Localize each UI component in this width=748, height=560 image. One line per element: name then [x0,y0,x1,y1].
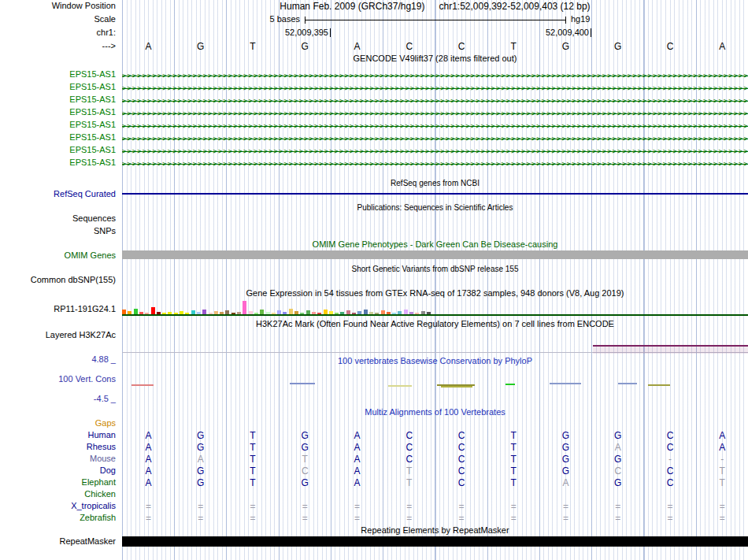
gtex-tissue-bar[interactable] [346,310,350,314]
alignment-species-label[interactable]: Chicken [0,489,116,499]
gencode-transcript-arrows[interactable]: >>>>>>>>>>>>>>>>>>>>>>>>>>>>>>>>>>>>>>>>… [122,145,748,158]
gencode-track-title[interactable]: GENCODE V49lift37 (28 items filtered out… [122,54,748,64]
gtex-tissue-bar[interactable] [317,313,321,314]
gtex-tissue-bar[interactable] [289,309,293,314]
gtex-tissue-bar[interactable] [174,313,178,314]
gtex-tissue-bar[interactable] [231,313,235,314]
gtex-tissue-bar[interactable] [220,312,224,314]
gencode-transcript-label[interactable]: EPS15-AS1 [0,145,116,155]
gtex-tissue-bar[interactable] [387,312,391,314]
gtex-tissue-bar[interactable] [128,311,131,314]
gencode-transcript-arrows[interactable]: >>>>>>>>>>>>>>>>>>>>>>>>>>>>>>>>>>>>>>>>… [122,107,748,120]
gtex-tissue-bar[interactable] [225,310,229,314]
omim-track-title[interactable]: OMIM Gene Phenotypes - Dark Green Can Be… [122,239,748,250]
repeatmasker-track-title[interactable]: Repeating Elements by RepeatMasker [122,525,748,536]
gtex-tissue-bar[interactable] [260,310,264,314]
repeatmasker-track-label[interactable]: RepeatMasker [0,536,116,547]
alignment-species-label[interactable]: Dog [0,465,116,476]
omim-gene-bar[interactable] [122,250,748,259]
multiz-track-title[interactable]: Multiz Alignments of 100 Vertebrates [122,407,748,417]
alignment-species-label[interactable]: Human [0,430,116,440]
gtex-tissue-bar[interactable] [294,311,298,314]
gtex-track-label[interactable]: RP11-191G24.1 [0,304,116,314]
alignment-species-label[interactable]: Elephant [0,477,116,488]
gtex-tissue-bar[interactable] [415,313,419,314]
gencode-transcript-label[interactable]: EPS15-AS1 [0,95,116,105]
alignment-species-label[interactable]: Zebrafish [0,513,116,523]
gtex-tissue-bar[interactable] [134,309,138,314]
refseq-track-title[interactable]: RefSeq genes from NCBI [122,178,748,188]
gtex-tissue-bar[interactable] [340,312,344,314]
gencode-transcript-arrows[interactable]: >>>>>>>>>>>>>>>>>>>>>>>>>>>>>>>>>>>>>>>>… [122,120,748,132]
gtex-tissue-bar[interactable] [214,311,218,314]
h3k27ac-signal-segment[interactable] [593,345,748,354]
gtex-tissue-bar[interactable] [209,313,213,314]
gtex-tissue-bar[interactable] [312,312,316,314]
gtex-tissue-bar[interactable] [151,307,155,314]
gtex-tissue-bar[interactable] [357,311,361,314]
gtex-tissue-bar[interactable] [398,311,402,314]
gtex-tissue-bar[interactable] [409,312,413,314]
gtex-tissue-bar[interactable] [352,313,356,314]
refseq-track-label[interactable]: RefSeq Curated [0,189,116,199]
gencode-transcript-label[interactable]: EPS15-AS1 [0,158,116,168]
gtex-expression-chart[interactable] [122,299,748,316]
gtex-tissue-bar[interactable] [243,301,246,314]
phylop-track-title[interactable]: 100 vertebrates Basewise Conservation by… [122,356,748,366]
sequences-track-label[interactable]: Sequences [0,213,116,224]
gencode-transcript-label[interactable]: EPS15-AS1 [0,69,116,80]
gtex-tissue-bar[interactable] [364,310,368,314]
dbsnp-track-title[interactable]: Short Genetic Variants from dbSNP releas… [122,264,748,274]
gtex-tissue-bar[interactable] [369,312,373,314]
gtex-tissue-bar[interactable] [202,310,206,314]
dbsnp-track-label[interactable]: Common dbSNP(155) [0,275,116,285]
gencode-transcript-arrows[interactable]: >>>>>>>>>>>>>>>>>>>>>>>>>>>>>>>>>>>>>>>>… [122,158,748,170]
gtex-tissue-bar[interactable] [266,312,270,314]
conservation-track-label[interactable]: 100 Vert. Cons [0,374,116,384]
gtex-tissue-bar[interactable] [168,312,172,314]
gtex-tissue-bar[interactable] [145,313,149,314]
snps-track-label[interactable]: SNPs [0,226,116,236]
gtex-track-title[interactable]: Gene Expression in 54 tissues from GTEx … [122,288,748,299]
gtex-tissue-bar[interactable] [421,311,425,314]
gtex-tissue-bar[interactable] [335,313,339,314]
refseq-gene-line[interactable] [122,193,748,195]
gencode-transcript-arrows[interactable]: >>>>>>>>>>>>>>>>>>>>>>>>>>>>>>>>>>>>>>>>… [122,95,748,107]
gtex-tissue-bar[interactable] [392,313,396,314]
conservation-plot[interactable] [122,376,748,400]
gtex-tissue-bar[interactable] [197,312,201,314]
gtex-tissue-bar[interactable] [180,311,183,314]
gencode-transcript-arrows[interactable]: >>>>>>>>>>>>>>>>>>>>>>>>>>>>>>>>>>>>>>>>… [122,69,748,82]
gencode-transcript-label[interactable]: EPS15-AS1 [0,107,116,117]
publications-track-title[interactable]: Publications: Sequences in Scientific Ar… [122,202,748,213]
gtex-tissue-bar[interactable] [381,310,385,314]
gtex-tissue-bar[interactable] [249,311,253,314]
gtex-tissue-bar[interactable] [306,310,310,314]
alignment-species-label[interactable]: X_tropicalis [0,501,116,511]
gtex-tissue-bar[interactable] [162,313,166,314]
gtex-tissue-bar[interactable] [122,310,126,314]
gtex-tissue-bar[interactable] [375,313,379,314]
gencode-transcript-label[interactable]: EPS15-AS1 [0,120,116,130]
gtex-tissue-bar[interactable] [300,313,304,314]
gtex-tissue-bar[interactable] [185,313,189,314]
track-image-area[interactable]: Human Feb. 2009 (GRCh37/hg19) chr1:52,00… [122,0,748,560]
alignment-species-label[interactable]: Mouse [0,454,116,464]
gtex-tissue-bar[interactable] [157,312,161,314]
gencode-transcript-label[interactable]: EPS15-AS1 [0,132,116,143]
h3k27ac-track-title[interactable]: H3K27Ac Mark (Often Found Near Active Re… [122,319,748,329]
gtex-tissue-bar[interactable] [191,310,195,314]
gtex-tissue-bar[interactable] [139,312,143,314]
gtex-tissue-bar[interactable] [277,310,281,314]
gtex-tissue-bar[interactable] [324,310,328,314]
gtex-tissue-bar[interactable] [329,311,333,314]
alignment-species-label[interactable]: Rhesus [0,442,116,452]
gencode-transcript-label[interactable]: EPS15-AS1 [0,82,116,92]
gtex-tissue-bar[interactable] [404,310,408,314]
gtex-tissue-bar[interactable] [237,312,241,314]
gtex-tissue-bar[interactable] [283,312,287,314]
omim-track-label[interactable]: OMIM Genes [0,250,116,261]
gtex-tissue-bar[interactable] [272,313,276,314]
gencode-transcript-arrows[interactable]: >>>>>>>>>>>>>>>>>>>>>>>>>>>>>>>>>>>>>>>>… [122,132,748,145]
gtex-tissue-bar[interactable] [427,312,431,314]
